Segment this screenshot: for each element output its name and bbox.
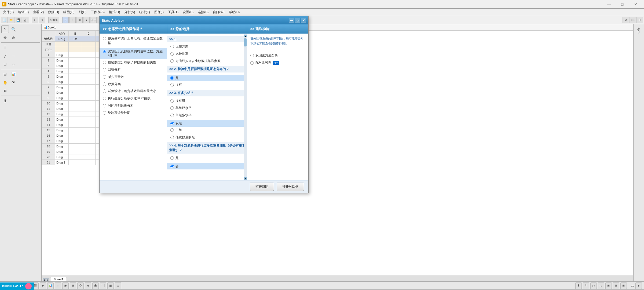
col-a-longname[interactable]: Drug bbox=[55, 36, 69, 42]
col-c-comment[interactable] bbox=[82, 42, 96, 47]
menu-analysis[interactable]: 分析(A) bbox=[122, 9, 137, 16]
tb2[interactable]: ≡ bbox=[69, 17, 76, 23]
bt-right2[interactable]: ⬇ bbox=[583, 282, 589, 289]
menu-image[interactable]: 图像(I) bbox=[152, 9, 166, 16]
col2-scrollbar[interactable]: ▲ ▼ bbox=[244, 34, 247, 180]
s1-radio[interactable] bbox=[250, 54, 254, 57]
col-b-longname[interactable]: Dr bbox=[69, 36, 82, 42]
tb1[interactable]: S bbox=[62, 17, 69, 23]
tb4[interactable]: ♦ bbox=[83, 17, 90, 23]
bt14[interactable]: ⬜ bbox=[100, 282, 106, 289]
close-button[interactable]: ✕ bbox=[630, 0, 642, 9]
bt6[interactable]: ▶ bbox=[40, 282, 46, 289]
pointer-tool[interactable]: ↖ bbox=[1, 26, 9, 33]
op8-radio[interactable] bbox=[103, 97, 106, 100]
op4-option[interactable]: 回归分析 bbox=[103, 67, 164, 72]
menu-window[interactable]: 窗口(W) bbox=[211, 9, 226, 16]
bt13[interactable]: ☗ bbox=[92, 282, 99, 289]
q1-3-radio[interactable] bbox=[170, 59, 174, 63]
q1-3-option[interactable]: 对曲线拟合以比较数据集和参数 bbox=[170, 59, 246, 63]
move-tool[interactable]: ✥ bbox=[1, 34, 9, 41]
dialog-maximize[interactable]: □ bbox=[295, 18, 300, 23]
menu-edit[interactable]: 编辑(E) bbox=[16, 9, 31, 16]
q2-1-radio[interactable] bbox=[170, 76, 174, 80]
bt-right4[interactable]: ⭯ bbox=[598, 282, 604, 289]
bt-right1[interactable]: ⬆ bbox=[575, 282, 582, 289]
q3-1-option[interactable]: 没有组 bbox=[170, 99, 246, 103]
col-a-comment[interactable] bbox=[55, 42, 69, 47]
tb5[interactable]: PDF bbox=[90, 17, 97, 23]
arrow-tool[interactable]: → bbox=[10, 52, 17, 60]
q3-5-radio[interactable] bbox=[170, 128, 174, 132]
col-c-formula[interactable] bbox=[82, 47, 96, 52]
op6-radio[interactable] bbox=[103, 82, 106, 86]
maximize-button[interactable]: □ bbox=[616, 0, 628, 9]
tb3[interactable]: ⊞ bbox=[76, 17, 83, 23]
op2-option[interactable]: 比较组以及数据集的均值中位数、方差和比率 bbox=[100, 48, 167, 59]
tb12[interactable]: ⚙ bbox=[623, 17, 629, 23]
op3-radio[interactable] bbox=[103, 61, 106, 64]
q3-4-option[interactable]: 双组 bbox=[167, 120, 247, 127]
op1-radio[interactable] bbox=[103, 37, 106, 40]
delete-tool[interactable]: 🗑 bbox=[1, 97, 9, 104]
zoom-dropdown[interactable]: ▼ bbox=[635, 282, 642, 289]
help-button[interactable]: 打开帮助 bbox=[250, 183, 274, 191]
open-dialog-button[interactable]: 打开对话框 bbox=[277, 183, 304, 191]
q3-3-option[interactable]: 单组多水平 bbox=[170, 113, 246, 118]
sheet-scroll-left[interactable]: ◀ bbox=[43, 278, 46, 281]
q4-1-option[interactable]: 是 bbox=[170, 156, 246, 160]
q3-4-radio[interactable] bbox=[170, 122, 174, 125]
new-btn[interactable]: 📄 bbox=[1, 17, 8, 23]
bt16[interactable]: ≡ bbox=[115, 282, 121, 289]
menu-stats[interactable]: 统计(T) bbox=[137, 9, 152, 16]
undo-btn[interactable]: ↩ bbox=[32, 17, 38, 23]
op2-radio[interactable] bbox=[103, 50, 106, 53]
op9-option[interactable]: 时间序列数据分析 bbox=[103, 103, 164, 108]
q1-1-radio[interactable] bbox=[170, 45, 174, 48]
menu-format[interactable]: 格式(O) bbox=[107, 9, 122, 16]
zoom-tool[interactable]: 🔍 bbox=[10, 26, 17, 33]
q4-1-radio[interactable] bbox=[170, 156, 174, 160]
op6-option[interactable]: 数据分类 bbox=[103, 82, 164, 86]
q3-2-option[interactable]: 单组双水平 bbox=[170, 106, 246, 110]
q2-1-option[interactable]: 是 bbox=[167, 75, 247, 81]
q3-6-radio[interactable] bbox=[170, 136, 174, 139]
op5-option[interactable]: 减少变量数 bbox=[103, 75, 164, 79]
q1-2-radio[interactable] bbox=[170, 52, 174, 56]
scroll-down-arrow[interactable]: ▼ bbox=[244, 177, 247, 180]
scroll-up-arrow[interactable]: ▲ bbox=[244, 35, 247, 37]
bt7[interactable]: 📊 bbox=[47, 282, 54, 289]
menu-tools[interactable]: 工具(T) bbox=[166, 9, 181, 16]
sheet-tab-1[interactable]: Sheet1 bbox=[50, 277, 67, 281]
q3-3-radio[interactable] bbox=[170, 114, 174, 117]
menu-view[interactable]: 查看(V) bbox=[31, 9, 46, 16]
text-tool[interactable]: T bbox=[1, 44, 9, 51]
layer-tool[interactable]: ⧉ bbox=[1, 87, 9, 95]
op10-radio[interactable] bbox=[103, 111, 106, 115]
tb14[interactable]: ⊞ bbox=[636, 17, 643, 23]
sheet-scroll-right[interactable]: ▶ bbox=[46, 278, 49, 281]
op8-option[interactable]: 执行生存分析或创建ROC曲线 bbox=[103, 96, 164, 101]
bt10[interactable]: ⊞ bbox=[70, 282, 76, 289]
col-c-longname[interactable] bbox=[82, 36, 96, 42]
q1-1-option[interactable]: 比较方差 bbox=[170, 44, 246, 49]
bt-right5[interactable]: ⊞ bbox=[605, 282, 612, 289]
minimize-button[interactable]: — bbox=[603, 0, 615, 9]
q2-2-radio[interactable] bbox=[170, 83, 174, 86]
menu-connect[interactable]: 连接(B) bbox=[196, 9, 211, 16]
redo-btn[interactable]: ↪ bbox=[39, 17, 45, 23]
op9-radio[interactable] bbox=[103, 104, 106, 107]
op10-option[interactable]: 绘制高级统计图 bbox=[103, 111, 164, 115]
menu-data[interactable]: 数据(D) bbox=[46, 9, 61, 16]
q3-1-radio[interactable] bbox=[170, 99, 174, 103]
hand-tool[interactable]: ✋ bbox=[1, 79, 9, 86]
save-btn[interactable]: 💾 bbox=[15, 17, 21, 23]
q4-2-radio[interactable] bbox=[170, 165, 174, 168]
q4-2-option[interactable]: 否 bbox=[167, 163, 247, 170]
op3-option[interactable]: 检验数据分布或了解数据的相关性 bbox=[103, 60, 164, 65]
op7-radio[interactable] bbox=[103, 89, 106, 93]
s2-option[interactable]: 配对比较图 App bbox=[250, 60, 305, 65]
tb13[interactable]: ⟺ bbox=[630, 17, 636, 23]
s2-radio[interactable] bbox=[250, 61, 254, 65]
bt11[interactable]: ⬡ bbox=[77, 282, 84, 289]
